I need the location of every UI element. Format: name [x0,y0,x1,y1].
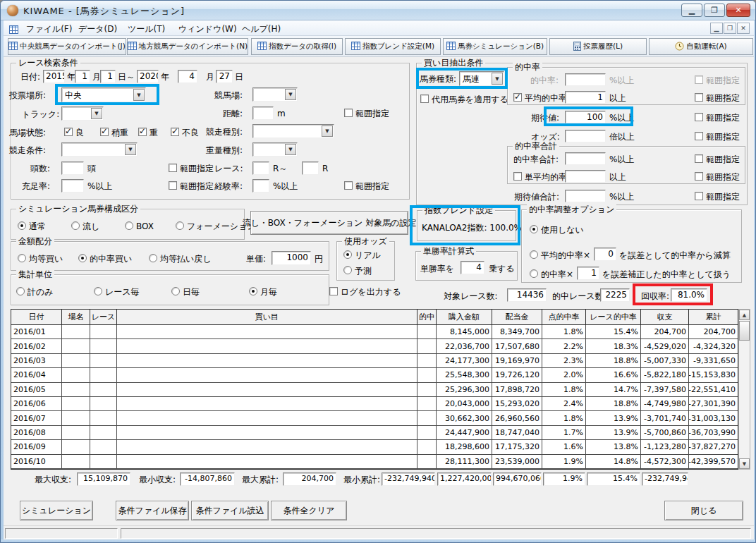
date-day2-field[interactable]: 27 [216,70,233,83]
output-log-checkbox[interactable] [329,287,338,295]
weight-type-dropdown[interactable]: ▼ [252,142,298,157]
col-race[interactable]: レース [90,310,117,325]
baba-bad-checkbox[interactable] [171,128,179,136]
save-conditions-button[interactable]: 条件ファイル保存 [116,501,189,520]
mdi-minimize-button[interactable]: ▁ [710,23,723,34]
fill-rate-field[interactable] [61,179,84,193]
menu-help[interactable]: ヘルプ(H) [239,23,284,36]
course-dropdown[interactable]: ▼ [252,87,298,102]
col-balance[interactable]: 収支 [641,310,689,325]
chevron-down-icon[interactable]: ▼ [285,144,296,155]
toolbar-import-nar-button[interactable]: 地方競馬データのインポート(N) [127,38,248,55]
amount-equal-payout-radio[interactable] [149,254,157,262]
toolbar-import-jra-button[interactable]: 中央競馬データのインポート(J) [8,38,126,55]
table-row[interactable]: 2016/0324,177,30019,169,9702.3%18.8%-5,0… [11,354,738,368]
chevron-down-icon[interactable]: ▼ [125,144,136,155]
aggregate-monthly-radio[interactable] [249,287,257,295]
adjust-subtract-radio[interactable] [530,250,538,259]
race-type-dropdown[interactable]: ▼ [252,124,334,138]
table-row[interactable]: 2016/0620,043,00015,293,0202.4%18.8%-4,7… [11,397,738,411]
hit-rate-field[interactable] [565,73,606,86]
col-hit[interactable]: 的中 [417,310,437,325]
date-day1-field[interactable]: 1 [100,70,116,83]
scroll-down-icon[interactable]: ▼ [739,458,750,469]
chevron-down-icon[interactable]: ▼ [133,89,145,101]
unit-price-field[interactable]: 1000 [272,251,311,265]
avg-hit-rate-range-checkbox[interactable] [695,93,703,102]
table-row[interactable]: 2016/0918,298,60017,175,3201.6%13.8%-1,1… [11,440,738,454]
load-conditions-button[interactable]: 条件ファイル読込 [191,501,269,520]
toolbar-get-index-button[interactable]: 指数データの取得(I) [251,38,343,55]
chevron-down-icon[interactable]: ▼ [322,126,333,137]
distance-field[interactable] [252,106,274,120]
vote-place-dropdown[interactable]: 中央 ▼ [61,87,146,102]
track-dropdown[interactable]: ▼ [61,106,104,121]
minimize-button[interactable]: ▁ [681,4,702,17]
menu-data[interactable]: データ(D) [75,23,120,36]
adjust-subtract-field[interactable]: 0 [594,248,616,261]
odds-real-radio[interactable] [343,250,352,259]
aggregate-daily-radio[interactable] [171,287,180,295]
col-date[interactable]: 日付 [11,310,62,325]
single-avg-rate-range-checkbox[interactable] [695,172,703,181]
chevron-down-icon[interactable]: ▼ [492,73,503,85]
amount-equal-radio[interactable] [18,254,26,262]
distance-range-checkbox[interactable] [344,109,353,117]
expected-value-range-checkbox[interactable] [695,113,703,121]
mdi-restore-button[interactable]: ❐ [724,23,736,34]
date-month2-field[interactable]: 4 [178,70,197,83]
target-horses-button[interactable]: 流し・BOX・フォーメーション 対象馬の設定 [250,211,408,235]
simulate-button[interactable]: シミュレーション [20,501,93,520]
race-condition-dropdown[interactable]: ▼ [61,142,138,157]
table-row[interactable]: 2016/1028,111,30023,539,0001.9%14.8%-4,5… [11,455,738,469]
toolbar-auto-run-button[interactable]: 自動運転(A) [649,38,753,55]
aggregate-per-race-radio[interactable] [94,287,102,295]
table-row[interactable]: 2016/0730,662,30026,960,5601.8%13.9%-3,7… [11,411,738,425]
aggregate-total-only-radio[interactable] [16,287,25,295]
adjust-none-radio[interactable] [530,225,538,233]
single-avg-rate-checkbox[interactable] [513,172,522,181]
expected-total-range-checkbox[interactable] [695,192,703,200]
adjust-correct-field[interactable]: 1 [577,267,599,280]
baba-slightly-heavy-checkbox[interactable] [100,128,109,136]
menu-tools[interactable]: ツール(T) [125,23,168,36]
table-row[interactable]: 2016/018,145,0008,349,7001.8%15.4%204,70… [11,325,738,339]
expected-value-field[interactable]: 100 [565,111,606,123]
chevron-down-icon[interactable]: ▼ [285,89,296,100]
toolbar-vote-history-button[interactable]: 投票履歴(L) [549,38,647,55]
race-to-field[interactable] [302,161,319,175]
expected-total-field[interactable] [565,190,606,202]
col-race-rate[interactable]: レース的中率 [586,310,641,325]
baba-heavy-checkbox[interactable] [138,128,147,136]
hit-rate-total-field[interactable] [565,152,606,165]
col-purchase[interactable]: 購入金額 [437,310,492,325]
col-bets[interactable]: 買い目 [117,310,417,325]
hit-rate-range-checkbox[interactable] [695,75,703,84]
table-row[interactable]: 2016/0824,447,90018,747,0401.7%13.9%-5,7… [11,426,738,440]
table-row[interactable]: 2016/0425,548,30019,726,1202.0%16.6%-5,8… [11,368,738,382]
table-row[interactable]: 2016/0222,036,70017,507,6802.2%18.3%-4,5… [11,339,738,353]
race-from-field[interactable] [252,161,269,175]
single-avg-rate-field[interactable] [565,170,606,183]
col-total[interactable]: 累計 [689,310,738,325]
menu-window[interactable]: ウィンドウ(W) [176,23,240,36]
heads-range-checkbox[interactable] [169,164,177,172]
date-year1-field[interactable]: 2015 [43,70,65,83]
ticket-type-dropdown[interactable]: 馬連 ▼ [459,71,504,86]
adjust-correct-radio[interactable] [530,269,538,278]
substitute-ticket-checkbox[interactable] [420,94,429,103]
toolbar-index-blend-button[interactable]: 指数ブレンド設定(M) [345,38,441,55]
win-rate-power-field[interactable]: 4 [461,261,484,274]
experience-range-checkbox[interactable] [344,181,353,190]
col-venue[interactable]: 場名 [62,310,90,325]
clear-conditions-button[interactable]: 条件全クリア [271,501,347,520]
odds-field[interactable] [565,130,606,142]
fill-rate-range-checkbox[interactable] [169,181,177,190]
amount-hit-rate-radio[interactable] [78,254,87,262]
table-scrollbar[interactable]: ▲ ▼ [738,309,750,470]
date-month1-field[interactable]: 1 [75,70,90,83]
composition-formation-radio[interactable] [176,221,184,230]
col-payout[interactable]: 配当金 [492,310,542,325]
col-point-rate[interactable]: 点的中率 [542,310,586,325]
odds-predict-radio[interactable] [343,266,352,274]
